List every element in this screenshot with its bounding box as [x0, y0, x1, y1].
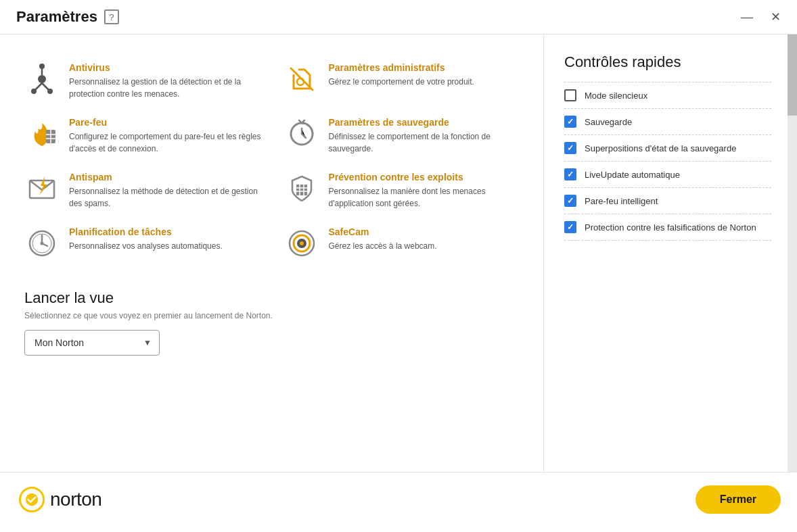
- checkbox-silent[interactable]: [564, 89, 576, 101]
- exploit-text: Prévention contre les exploits Personnal…: [329, 171, 524, 210]
- safecam-icon: [284, 226, 319, 261]
- svg-point-28: [300, 241, 304, 245]
- qc-label-sauvegarde: Sauvegarde: [585, 117, 632, 127]
- main-content: Antivirus Personnalisez la gestion de la…: [0, 34, 797, 472]
- scrollbar-thumb[interactable]: [788, 34, 797, 116]
- tasks-text: Planification de tâches Personnalisez vo…: [69, 226, 223, 253]
- qc-item-liveupdate[interactable]: LiveUpdate automatique: [564, 161, 771, 187]
- checkbox-sauvegarde[interactable]: [564, 116, 576, 128]
- antivirus-icon: [24, 62, 60, 97]
- setting-backup[interactable]: Paramètres de sauvegarde Définissez le c…: [284, 108, 524, 163]
- minimize-button[interactable]: —: [738, 11, 756, 23]
- setting-tasks[interactable]: Planification de tâches Personnalisez vo…: [24, 218, 264, 269]
- antispam-text: Antispam Personnalisez la méthode de dét…: [69, 171, 264, 210]
- launch-select-wrapper: Mon Norton Tableau de bord Sécurité ▼: [24, 330, 160, 356]
- bottom-bar: norton Fermer: [0, 472, 797, 526]
- title-bar-controls: — ✕: [738, 11, 783, 23]
- backup-title: Paramètres de sauvegarde: [329, 116, 524, 128]
- backup-text: Paramètres de sauvegarde Définissez le c…: [329, 116, 524, 155]
- quick-controls-panel: Contrôles rapides Mode silencieux Sauveg…: [544, 34, 788, 472]
- firewall-title: Pare-feu: [69, 116, 264, 128]
- fermer-button[interactable]: Fermer: [696, 485, 781, 514]
- setting-admin[interactable]: Paramètres administratifs Gérez le compo…: [284, 53, 524, 108]
- firewall-text: Pare-feu Configurez le comportement du p…: [69, 116, 264, 155]
- checkbox-liveupdate[interactable]: [564, 168, 576, 180]
- admin-desc: Gérez le comportement de votre produit.: [329, 76, 474, 88]
- antispam-title: Antispam: [69, 171, 264, 183]
- checkbox-protection[interactable]: [564, 221, 576, 233]
- antivirus-title: Antivirus: [69, 62, 264, 74]
- qc-label-protection: Protection contre les falsifications de …: [585, 222, 756, 233]
- firewall-icon: [24, 116, 60, 151]
- qc-item-sauvegarde[interactable]: Sauvegarde: [564, 108, 771, 135]
- scrollbar-track[interactable]: [788, 34, 797, 472]
- qc-item-superpositions[interactable]: Superpositions d'état de la sauvegarde: [564, 135, 771, 161]
- norton-check-icon: [19, 487, 45, 512]
- antivirus-desc: Personnalisez la gestion de la détection…: [69, 76, 264, 100]
- settings-grid: Antivirus Personnalisez la gestion de la…: [24, 53, 523, 269]
- norton-logo: norton: [19, 487, 101, 512]
- antispam-icon: [24, 171, 60, 206]
- tasks-desc: Personnalisez vos analyses automatiques.: [69, 241, 223, 252]
- admin-title: Paramètres administratifs: [329, 62, 474, 74]
- launch-select[interactable]: Mon Norton Tableau de bord Sécurité: [24, 330, 160, 356]
- checkbox-parefeu[interactable]: [564, 195, 576, 207]
- exploit-desc: Personnalisez la manière dont les menace…: [329, 186, 524, 210]
- norton-wordmark: norton: [50, 489, 101, 510]
- tasks-title: Planification de tâches: [69, 226, 223, 238]
- qc-item-protection[interactable]: Protection contre les falsifications de …: [564, 214, 771, 241]
- title-bar: Paramètres ? — ✕: [0, 0, 797, 34]
- qc-label-liveupdate: LiveUpdate automatique: [585, 170, 680, 180]
- svg-line-5: [42, 83, 49, 90]
- svg-point-2: [39, 64, 45, 69]
- close-button[interactable]: ✕: [768, 11, 783, 23]
- qc-label-superpositions: Superpositions d'état de la sauvegarde: [585, 143, 736, 153]
- qc-item-parefeu[interactable]: Pare-feu intelligent: [564, 187, 771, 214]
- qc-label-silent: Mode silencieux: [585, 91, 647, 101]
- admin-text: Paramètres administratifs Gérez le compo…: [329, 62, 474, 89]
- svg-rect-15: [296, 185, 307, 195]
- checkbox-superpositions[interactable]: [564, 142, 576, 154]
- exploit-title: Prévention contre les exploits: [329, 171, 524, 183]
- launch-title: Lancer la vue: [24, 289, 523, 307]
- svg-point-4: [31, 89, 37, 94]
- qc-label-parefeu: Pare-feu intelligent: [585, 196, 658, 206]
- svg-point-24: [41, 241, 44, 245]
- safecam-text: SafeCam Gérez les accès à la webcam.: [329, 226, 437, 253]
- setting-safecam[interactable]: SafeCam Gérez les accès à la webcam.: [284, 218, 524, 269]
- safecam-desc: Gérez les accès à la webcam.: [329, 241, 437, 252]
- backup-desc: Définissez le comportement de la fonctio…: [329, 131, 524, 155]
- settings-panel: Antivirus Personnalisez la gestion de la…: [0, 34, 543, 472]
- svg-point-0: [38, 75, 46, 83]
- title-bar-left: Paramètres ?: [16, 8, 119, 26]
- help-icon[interactable]: ?: [104, 9, 119, 24]
- setting-antivirus[interactable]: Antivirus Personnalisez la gestion de la…: [24, 53, 264, 108]
- setting-firewall[interactable]: Pare-feu Configurez le comportement du p…: [24, 108, 264, 163]
- launch-section: Lancer la vue Sélectionnez ce que vous v…: [24, 289, 523, 356]
- quick-controls-title: Contrôles rapides: [564, 53, 771, 71]
- safecam-title: SafeCam: [329, 226, 437, 238]
- page-title: Paramètres: [16, 8, 97, 26]
- launch-desc: Sélectionnez ce que vous voyez en premie…: [24, 311, 523, 320]
- firewall-desc: Configurez le comportement du pare-feu e…: [69, 131, 264, 155]
- backup-icon: [284, 116, 319, 151]
- antivirus-text: Antivirus Personnalisez la gestion de la…: [69, 62, 264, 100]
- quick-controls-list: Mode silencieux Sauvegarde Superposition…: [564, 82, 771, 241]
- qc-item-silent[interactable]: Mode silencieux: [564, 82, 771, 108]
- setting-exploit[interactable]: Prévention contre les exploits Personnal…: [284, 163, 524, 218]
- exploit-icon: [284, 171, 319, 206]
- svg-point-6: [47, 89, 53, 94]
- setting-antispam[interactable]: Antispam Personnalisez la méthode de dét…: [24, 163, 264, 218]
- antispam-desc: Personnalisez la méthode de détection et…: [69, 186, 264, 210]
- svg-line-3: [35, 83, 42, 90]
- tasks-icon: [24, 226, 60, 261]
- admin-icon: [284, 62, 319, 97]
